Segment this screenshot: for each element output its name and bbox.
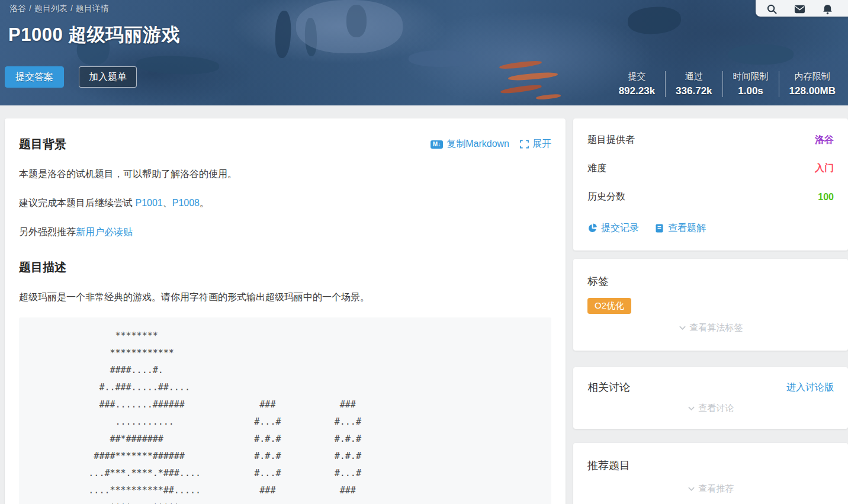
expand-label: 展开	[532, 138, 551, 150]
banner-brushstroke	[536, 94, 561, 100]
chevron-down-icon	[679, 324, 686, 332]
history-score-value: 100	[818, 192, 834, 203]
info-label: 难度	[587, 162, 606, 175]
solution-book-icon	[654, 223, 664, 233]
difficulty-value[interactable]: 入门	[815, 162, 834, 175]
recommend-card: 推荐题目 查看推荐	[573, 443, 848, 504]
copy-markdown-button[interactable]: M↓ 复制Markdown	[431, 138, 509, 150]
page-title: P1000 超级玛丽游戏	[8, 23, 180, 47]
banner: 洛谷/题目列表/题目详情 P1000 超级玛丽游戏 提交答案 加入题单 提交 8…	[0, 0, 848, 105]
breadcrumb-separator: /	[70, 4, 73, 13]
stat-memory-limit: 内存限制 128.00MB	[779, 71, 846, 97]
expand-button[interactable]: 展开	[520, 138, 551, 150]
stat-label: 提交	[619, 71, 655, 82]
info-links: 提交记录 查看题解	[587, 222, 834, 235]
copy-markdown-label: 复制Markdown	[447, 138, 509, 150]
ascii-art-block: ******** ************ ####....#. #..###.…	[19, 317, 551, 504]
background-paragraph: 本题是洛谷的试机题目，可以帮助了解洛谷的使用。	[19, 167, 551, 181]
stat-label: 通过	[676, 71, 712, 82]
breadcrumb-home[interactable]: 洛谷	[9, 4, 26, 13]
stat-accepted: 通过 336.72k	[665, 71, 722, 97]
problem-stats: 提交 892.23k 通过 336.72k 时间限制 1.00s 内存限制 12…	[609, 71, 846, 97]
provider-value[interactable]: 洛谷	[815, 134, 834, 146]
section-title-description: 题目描述	[19, 259, 551, 275]
show-discussions-label: 查看讨论	[699, 403, 734, 414]
banner-brushstroke	[409, 50, 474, 67]
recommend-title: 推荐题目	[587, 458, 834, 473]
bell-icon[interactable]	[822, 4, 833, 15]
add-to-problem-list-button[interactable]: 加入题单	[79, 66, 137, 88]
show-algorithm-tags-button[interactable]: 查看算法标签	[587, 322, 834, 333]
problem-content-card: 题目背景 M↓ 复制Markdown 展开 本题是洛谷的试机题目，可以帮助了解洛…	[5, 118, 566, 504]
enter-discussion-board-link[interactable]: 进入讨论版	[786, 381, 834, 394]
header-buttons: 提交答案 加入题单	[5, 66, 137, 88]
show-recommendations-label: 查看推荐	[699, 483, 734, 495]
stat-label: 时间限制	[733, 71, 769, 82]
view-solutions-label: 查看题解	[668, 222, 706, 235]
show-discussions-button[interactable]: 查看讨论	[587, 403, 834, 414]
chevron-down-icon	[688, 485, 695, 493]
link-p1001[interactable]: P1001	[135, 198, 162, 208]
discussion-title: 相关讨论	[587, 380, 630, 394]
chevron-down-icon	[688, 405, 695, 412]
info-row-difficulty: 难度 入门	[587, 162, 834, 175]
tags-title: 标签	[587, 274, 834, 288]
banner-brushstroke	[136, 55, 220, 76]
info-label: 题目提供者	[587, 134, 635, 146]
info-row-score: 历史分数 100	[587, 191, 834, 203]
suggest-separator: 、	[163, 198, 172, 208]
problem-info-card: 题目提供者 洛谷 难度 入门 历史分数 100 提交记录 查看题解	[573, 118, 848, 251]
tag-o2[interactable]: O2优化	[587, 298, 631, 314]
info-row-provider: 题目提供者 洛谷	[587, 134, 834, 146]
stat-time-limit: 时间限制 1.00s	[722, 71, 779, 97]
description-paragraph: 超级玛丽是一个非常经典的游戏。请你用字符画的形式输出超级玛丽中的一个场景。	[19, 290, 551, 304]
background-section-head: 题目背景 M↓ 复制Markdown 展开	[19, 136, 551, 152]
mail-icon[interactable]	[794, 4, 805, 15]
stat-value: 1.00s	[733, 85, 769, 97]
banner-brushstroke	[508, 71, 558, 81]
suggest-paragraph: 建议完成本题目后继续尝试 P1001、P1008。	[19, 196, 551, 210]
markdown-icon: M↓	[431, 140, 443, 149]
stat-value: 336.72k	[676, 85, 712, 97]
suggest-text: 建议完成本题目后继续尝试	[19, 198, 135, 208]
banner-brushstroke	[274, 10, 292, 58]
link-p1008[interactable]: P1008	[172, 198, 200, 208]
submission-records-label: 提交记录	[601, 222, 639, 235]
recommend-note-text: 另外强烈推荐	[19, 227, 76, 237]
breadcrumb-problem-list[interactable]: 题目列表	[34, 4, 68, 13]
banner-brushstroke	[500, 84, 542, 95]
link-new-user-post[interactable]: 新用户必读贴	[76, 227, 133, 237]
submit-answer-button[interactable]: 提交答案	[5, 66, 64, 88]
expand-icon	[520, 140, 529, 149]
content-actions: M↓ 复制Markdown 展开	[431, 138, 551, 150]
topbar-icon-box	[756, 0, 848, 17]
stat-value: 128.00MB	[789, 85, 836, 97]
banner-brushstroke	[296, 0, 403, 53]
suggest-suffix: 。	[200, 198, 209, 208]
tags-card: 标签 O2优化 查看算法标签	[573, 259, 848, 351]
stat-submissions: 提交 892.23k	[609, 71, 665, 97]
section-title-background: 题目背景	[19, 136, 66, 152]
breadcrumb-separator: /	[29, 4, 31, 13]
breadcrumb: 洛谷/题目列表/题目详情	[9, 4, 109, 14]
breadcrumb-current: 题目详情	[76, 4, 109, 13]
banner-brushstroke	[499, 60, 542, 70]
show-algorithm-tags-label: 查看算法标签	[690, 322, 743, 333]
recommend-note-paragraph: 另外强烈推荐新用户必读贴	[19, 225, 551, 239]
banner-brushstroke	[627, 5, 682, 36]
discussion-card: 相关讨论 进入讨论版 查看讨论	[573, 367, 848, 429]
view-solutions-link[interactable]: 查看题解	[654, 222, 706, 235]
show-recommendations-button[interactable]: 查看推荐	[587, 483, 834, 495]
info-label: 历史分数	[587, 191, 625, 203]
pie-chart-icon	[587, 223, 598, 233]
search-icon[interactable]	[766, 4, 778, 15]
stat-label: 内存限制	[789, 71, 836, 82]
banner-brushstroke	[728, 44, 794, 65]
stat-value: 892.23k	[619, 85, 655, 97]
submission-records-link[interactable]: 提交记录	[587, 222, 639, 235]
discussion-head: 相关讨论 进入讨论版	[587, 380, 834, 394]
